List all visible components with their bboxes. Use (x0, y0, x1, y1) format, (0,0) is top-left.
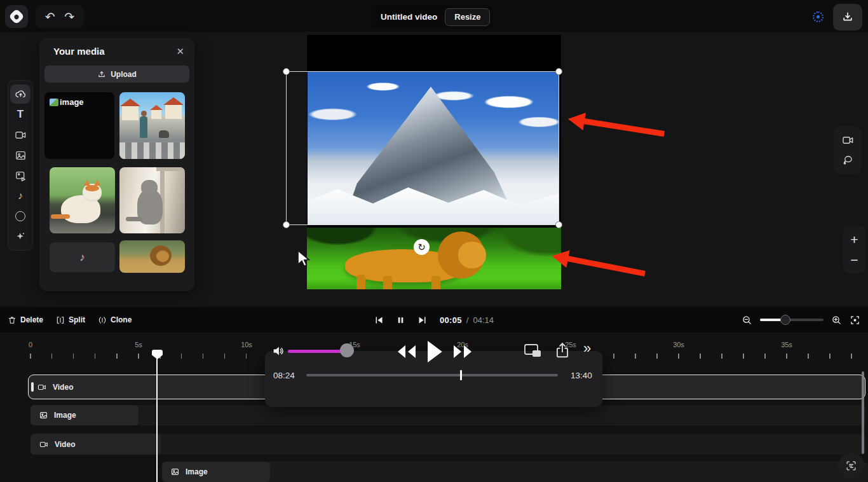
ruler-label: 35s (781, 341, 792, 348)
sidebar-item-shapes[interactable] (10, 207, 31, 226)
volume-slider[interactable] (288, 350, 346, 353)
media-thumbnail-audio[interactable]: ♪ (50, 242, 115, 272)
ruler-label: 5s (135, 341, 142, 348)
rotate-handle[interactable]: ↻ (414, 239, 430, 255)
annotation-arrow-top (583, 118, 665, 137)
app-logo-button[interactable] (5, 5, 28, 28)
rewind-icon[interactable] (395, 343, 417, 360)
play-icon[interactable] (423, 338, 445, 366)
media-thumbnail-orange-cat[interactable] (50, 167, 115, 233)
selection-box[interactable] (286, 71, 559, 225)
timeline-clip-image-2[interactable]: Image (162, 462, 270, 482)
zoom-in-icon[interactable] (831, 315, 842, 326)
timeline-zoom-slider[interactable] (760, 319, 824, 321)
sidebar-item-images[interactable] (10, 146, 31, 165)
split-button[interactable]: Split (56, 315, 85, 325)
house-shape (165, 105, 182, 119)
canvas-zoom-panel: + − (843, 226, 865, 273)
resize-handle-top-right[interactable] (555, 68, 562, 75)
image-icon (15, 149, 27, 162)
rotate-icon: ↻ (417, 242, 426, 253)
player-progress-bar[interactable] (306, 374, 558, 376)
zoom-out-icon[interactable] (742, 315, 752, 326)
delete-button[interactable]: Delete (8, 315, 43, 325)
timeline-zoom-controls (742, 307, 860, 333)
preview-tools-panel (834, 126, 862, 174)
redo-icon[interactable]: ↷ (64, 11, 74, 23)
share-icon[interactable] (554, 341, 571, 359)
lion-leg-shape (431, 276, 440, 289)
export-button[interactable] (833, 4, 862, 31)
mouse-cursor (296, 249, 313, 268)
text-icon: T (17, 108, 24, 121)
trim-handle-left[interactable] (31, 382, 34, 392)
media-thumbnail-girl-and-dog[interactable] (119, 92, 185, 159)
title-group: Untitled video Resize (372, 5, 493, 29)
playhead-line[interactable] (156, 350, 158, 482)
zoom-out-button[interactable]: − (850, 252, 858, 268)
tool-sidebar: T ♪ (8, 80, 33, 251)
media-thumbnail-broken-image[interactable]: image (44, 92, 114, 159)
picture-in-picture-icon[interactable] (524, 343, 543, 359)
speaker-icon[interactable] (271, 344, 285, 358)
timeline-scrollbar[interactable] (862, 371, 864, 454)
clip-label: Video (53, 383, 73, 392)
time-separator: / (466, 315, 469, 325)
current-time: 00:05 (440, 315, 462, 325)
more-controls-icon[interactable]: » (583, 341, 591, 355)
clone-button[interactable]: Clone (98, 315, 132, 325)
sidebar-item-record[interactable] (10, 125, 31, 144)
circle-icon (15, 211, 25, 221)
upload-label: Upload (111, 70, 137, 79)
fit-to-screen-button[interactable] (838, 453, 864, 479)
download-icon (841, 11, 854, 24)
video-camera-icon (15, 129, 27, 141)
player-remaining-time: 13:40 (571, 371, 592, 380)
lion-video-layer[interactable] (307, 228, 561, 289)
resize-handle-top-left[interactable] (283, 68, 290, 75)
pause-icon[interactable] (397, 315, 405, 325)
sidebar-item-stock-video[interactable] (10, 166, 31, 185)
clone-icon (98, 315, 107, 325)
video-editor-app: ↶ ↷ Untitled video Resize T (0, 0, 868, 482)
zoom-slider-knob[interactable] (780, 315, 790, 325)
upload-button[interactable]: Upload (44, 65, 189, 83)
timeline: 0 5s 10s 15s 20s 25s 30s 35s Video Image (0, 333, 868, 482)
volume-knob[interactable] (340, 343, 354, 357)
lion-face-shape (156, 251, 169, 262)
media-thumbnail-grey-cat[interactable] (119, 167, 185, 233)
camera-tool-icon[interactable] (842, 134, 854, 146)
lasso-tool-icon[interactable] (842, 154, 854, 166)
media-thumbnail-lion[interactable] (119, 240, 185, 273)
zoom-in-button[interactable]: + (850, 232, 858, 247)
music-icon: ♪ (79, 251, 85, 264)
stock-video-icon (15, 170, 27, 182)
undo-redo-group: ↶ ↷ (36, 5, 84, 28)
cat-patch-shape (85, 185, 99, 191)
timeline-clip-video-2[interactable]: Video (31, 434, 161, 455)
fast-forward-icon[interactable] (452, 343, 474, 360)
close-icon[interactable]: ✕ (176, 46, 184, 56)
resize-handle-bottom-right[interactable] (555, 221, 562, 228)
crosswalk-shape (119, 142, 185, 159)
player-progress-marker[interactable] (460, 370, 462, 380)
trash-icon (8, 315, 17, 325)
clone-label: Clone (111, 315, 132, 324)
sidebar-item-text[interactable]: T (10, 105, 31, 124)
total-time: 04:14 (473, 315, 494, 325)
skip-to-end-icon[interactable] (417, 315, 427, 325)
media-panel-title: Your media (53, 46, 105, 57)
project-title[interactable]: Untitled video (381, 12, 437, 22)
music-icon: ♪ (18, 190, 23, 202)
sidebar-item-ai-tools[interactable] (10, 227, 31, 246)
lion-leg-shape (356, 275, 365, 289)
sidebar-item-music[interactable]: ♪ (10, 186, 31, 205)
undo-icon[interactable]: ↶ (45, 11, 55, 23)
timeline-clip-image[interactable]: Image (31, 405, 139, 425)
sidebar-item-your-media[interactable] (10, 85, 31, 104)
fit-timeline-icon[interactable] (850, 315, 860, 326)
skip-to-start-icon[interactable] (374, 315, 384, 325)
lion-leg-shape (383, 276, 392, 289)
resize-button[interactable]: Resize (445, 8, 490, 26)
resize-handle-bottom-left[interactable] (283, 221, 290, 228)
